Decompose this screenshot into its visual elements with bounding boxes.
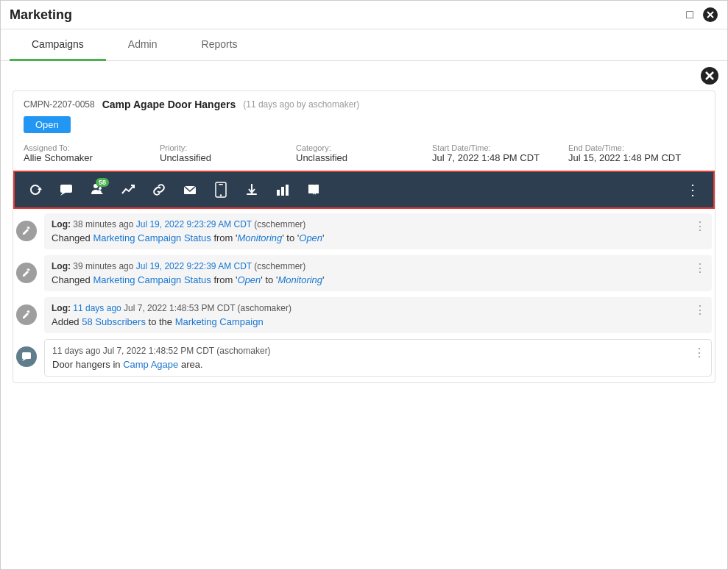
timeline-item-2: Log: 39 minutes ago Jul 19, 2022 9:22:39… — [16, 255, 712, 291]
timeline-icon-1 — [16, 221, 37, 241]
assigned-to-field: Assigned To: Allie Schomaker — [24, 143, 160, 163]
svg-rect-14 — [286, 185, 289, 196]
start-date-label: Start Date/Time: — [432, 143, 568, 152]
tab-campaigns[interactable]: Campaigns — [10, 29, 106, 61]
campaign-meta: (11 days ago by aschomaker) — [243, 99, 359, 110]
campaign-name: Camp Agape Door Hangers — [102, 99, 236, 110]
svg-rect-11 — [247, 193, 257, 195]
campaign-card: CMPN-2207-0058 Camp Agape Door Hangers (… — [13, 90, 715, 383]
category-label: Category: — [296, 143, 432, 152]
svg-marker-6 — [60, 193, 66, 196]
trend-button[interactable] — [115, 177, 141, 203]
svg-marker-16 — [22, 359, 26, 361]
subscribers-badge: 58 — [96, 178, 109, 187]
svg-rect-12 — [277, 190, 280, 196]
download-button[interactable] — [238, 177, 265, 203]
priority-field: Priority: Unclassified — [160, 143, 296, 163]
chart-button[interactable] — [269, 177, 296, 203]
end-date-field: End Date/Time: Jul 15, 2022 1:48 PM CDT — [568, 143, 704, 163]
svg-point-10 — [220, 194, 222, 196]
category-value: Unclassified — [296, 152, 432, 163]
close-panel-button[interactable] — [701, 67, 718, 85]
title-bar: Marketing □ — [1, 1, 727, 29]
log-text-3: Added 58 Subscribers to the Marketing Ca… — [52, 316, 704, 327]
window-controls: □ — [682, 7, 718, 23]
timeline-icon-4 — [16, 346, 37, 367]
timeline-body-1: Log: 38 minutes ago Jul 19, 2022 9:23:29… — [44, 213, 712, 249]
refresh-button[interactable] — [22, 177, 49, 203]
campaign-id: CMPN-2207-0058 — [24, 99, 95, 110]
timeline-body-3: Log: 11 days ago Jul 7, 2022 1:48:53 PM … — [44, 297, 712, 333]
icon-toolbar: 58 — [13, 171, 715, 209]
tab-reports[interactable]: Reports — [180, 29, 260, 61]
svg-rect-15 — [22, 352, 31, 359]
campaign-fields: Assigned To: Allie Schomaker Priority: U… — [13, 139, 715, 171]
close-window-button[interactable] — [702, 7, 718, 23]
tab-admin[interactable]: Admin — [106, 29, 180, 61]
start-date-field: Start Date/Time: Jul 7, 2022 1:48 PM CDT — [432, 143, 568, 163]
mobile-button[interactable] — [208, 177, 234, 203]
assigned-to-label: Assigned To: — [24, 143, 160, 152]
timeline-item-1: Log: 38 minutes ago Jul 19, 2022 9:23:29… — [16, 213, 712, 249]
log-options-1[interactable]: ⋮ — [694, 219, 706, 233]
comment-options[interactable]: ⋮ — [693, 346, 705, 360]
timeline-item-4: 11 days ago Jul 7, 2022 1:48:52 PM CDT (… — [16, 339, 712, 377]
status-open-button[interactable]: Open — [24, 116, 71, 133]
timeline-item-3: Log: 11 days ago Jul 7, 2022 1:48:53 PM … — [16, 297, 712, 333]
window-title: Marketing — [10, 7, 72, 23]
timeline-body-2: Log: 39 minutes ago Jul 19, 2022 9:22:39… — [44, 255, 712, 291]
maximize-button[interactable]: □ — [682, 7, 698, 23]
marketing-window: Marketing □ Campaigns Admin Reports — [0, 0, 728, 570]
log-header-1: Log: 38 minutes ago Jul 19, 2022 9:23:29… — [52, 219, 704, 229]
email-button[interactable] — [177, 177, 203, 203]
comment-date: 11 days ago Jul 7, 2022 1:48:52 PM CDT (… — [52, 346, 704, 356]
timeline-body-4: 11 days ago Jul 7, 2022 1:48:52 PM CDT (… — [44, 339, 712, 377]
end-date-label: End Date/Time: — [568, 143, 704, 152]
timeline: Log: 38 minutes ago Jul 19, 2022 9:23:29… — [13, 213, 715, 377]
book-button[interactable] — [300, 177, 327, 203]
start-date-value: Jul 7, 2022 1:48 PM CDT — [432, 152, 568, 163]
priority-value: Unclassified — [160, 152, 296, 163]
close-toolbar-row — [1, 61, 727, 90]
log-options-2[interactable]: ⋮ — [694, 261, 706, 275]
log-text-2: Changed Marketing Campaign Status from '… — [52, 274, 704, 285]
assigned-to-value: Allie Schomaker — [24, 152, 160, 163]
subscribers-button[interactable]: 58 — [84, 177, 110, 203]
tab-bar: Campaigns Admin Reports — [1, 29, 727, 61]
svg-rect-9 — [219, 184, 223, 185]
comment-button[interactable] — [53, 177, 79, 203]
category-field: Category: Unclassified — [296, 143, 432, 163]
comment-text: Door hangers in Camp Agape area. — [52, 359, 704, 370]
svg-rect-5 — [60, 185, 72, 193]
main-content: CMPN-2207-0058 Camp Agape Door Hangers (… — [1, 90, 727, 569]
more-options-button[interactable]: ⋮ — [679, 177, 706, 203]
link-button[interactable] — [146, 177, 172, 203]
svg-rect-13 — [281, 187, 284, 196]
log-text-1: Changed Marketing Campaign Status from '… — [52, 232, 704, 243]
log-options-3[interactable]: ⋮ — [694, 303, 706, 317]
log-header-3: Log: 11 days ago Jul 7, 2022 1:48:53 PM … — [52, 303, 704, 313]
log-header-2: Log: 39 minutes ago Jul 19, 2022 9:22:39… — [52, 261, 704, 271]
campaign-header: CMPN-2207-0058 Camp Agape Door Hangers (… — [13, 91, 715, 116]
timeline-icon-3 — [16, 304, 37, 325]
timeline-icon-2 — [16, 263, 37, 283]
priority-label: Priority: — [160, 143, 296, 152]
end-date-value: Jul 15, 2022 1:48 PM CDT — [568, 152, 704, 163]
